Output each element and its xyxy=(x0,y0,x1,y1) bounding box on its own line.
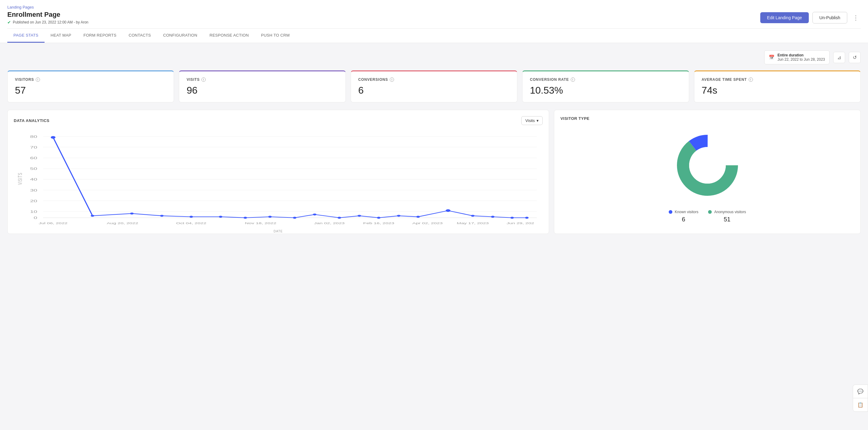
svg-text:Jul 06, 2022: Jul 06, 2022 xyxy=(39,222,68,225)
svg-point-34 xyxy=(445,209,450,212)
analytics-card-header: DATA ANALYTICS Visits ▾ xyxy=(14,116,542,125)
svg-point-23 xyxy=(189,216,193,218)
avg-time-info-icon[interactable]: i xyxy=(749,77,753,82)
svg-text:VISITS: VISITS xyxy=(17,173,23,185)
conversions-value: 6 xyxy=(358,85,510,96)
chart-area: 0 10 20 30 40 50 60 70 80 VISITS xyxy=(14,130,542,228)
main-content: 📅 Entire duration Jun 22, 2022 to Jun 28… xyxy=(0,43,868,241)
svg-point-27 xyxy=(293,217,297,219)
svg-point-20 xyxy=(91,215,94,217)
svg-text:Oct 04, 2022: Oct 04, 2022 xyxy=(176,222,206,225)
analytics-dropdown[interactable]: Visits ▾ xyxy=(521,116,542,125)
page-title: Enrollment Page xyxy=(7,11,89,19)
visitor-type-header: VISITOR TYPE xyxy=(560,116,854,121)
analytics-card: DATA ANALYTICS Visits ▾ xyxy=(7,110,549,234)
svg-text:40: 40 xyxy=(30,177,37,181)
page-title-row: Enrollment Page ✔ Published on Jun 23, 2… xyxy=(7,11,861,28)
stat-card-visitors: VISITORS i 57 xyxy=(7,70,174,102)
analytics-title: DATA ANALYTICS xyxy=(14,118,50,123)
donut-chart-svg xyxy=(674,132,741,199)
top-bar: Landing Pages Enrollment Page ✔ Publishe… xyxy=(0,0,868,43)
tab-push-to-crm[interactable]: PUSH TO CRM xyxy=(255,29,296,43)
svg-point-26 xyxy=(268,216,272,218)
filter-button[interactable]: ⊿ xyxy=(833,52,845,63)
legend-known-row: Known visitors xyxy=(669,210,698,214)
svg-text:Apr 02, 2023: Apr 02, 2023 xyxy=(412,222,442,225)
svg-text:Jun 29, 202: Jun 29, 202 xyxy=(507,222,534,225)
svg-text:0: 0 xyxy=(34,216,37,220)
date-picker-inner: Entire duration Jun 22, 2022 to Jun 28, … xyxy=(778,53,825,62)
more-options-button[interactable]: ⋮ xyxy=(851,12,861,23)
anonymous-visitors-value: 51 xyxy=(724,216,730,223)
analytics-dropdown-value: Visits xyxy=(525,118,535,123)
visitors-value: 57 xyxy=(15,85,166,96)
tab-page-stats[interactable]: PAGE STATS xyxy=(7,29,44,43)
svg-point-24 xyxy=(219,216,222,218)
avg-time-label: AVERAGE TIME SPENT i xyxy=(702,77,853,82)
donut-legend: Known visitors 6 Anonymous visitors 51 xyxy=(560,210,854,223)
calendar-icon: 📅 xyxy=(769,55,775,60)
svg-point-31 xyxy=(377,217,380,219)
date-picker[interactable]: 📅 Entire duration Jun 22, 2022 to Jun 28… xyxy=(764,50,830,64)
page-title-actions: Edit Landing Page Un-Publish ⋮ xyxy=(760,12,861,24)
tab-configuration[interactable]: CONFIGURATION xyxy=(157,29,203,43)
conversion-rate-label: CONVERSION RATE i xyxy=(530,77,681,82)
svg-point-37 xyxy=(510,217,514,219)
donut-container xyxy=(560,126,854,205)
unpublish-button[interactable]: Un-Publish xyxy=(812,12,847,24)
svg-text:60: 60 xyxy=(30,156,37,160)
published-text: Published on Jun 23, 2022 12:00 AM - by … xyxy=(13,20,89,24)
svg-point-50 xyxy=(689,147,726,184)
svg-point-21 xyxy=(130,212,134,214)
svg-point-30 xyxy=(358,215,361,217)
published-check-icon: ✔ xyxy=(7,20,11,25)
conversions-info-icon[interactable]: i xyxy=(390,77,394,82)
tab-contacts[interactable]: CONTACTS xyxy=(123,29,157,43)
anonymous-visitors-label: Anonymous visitors xyxy=(714,210,746,214)
svg-text:20: 20 xyxy=(30,199,37,203)
line-chart-svg: 0 10 20 30 40 50 60 70 80 VISITS xyxy=(14,130,542,228)
svg-point-33 xyxy=(416,216,420,218)
svg-text:Aug 20, 2022: Aug 20, 2022 xyxy=(107,222,138,225)
svg-point-38 xyxy=(525,217,529,219)
known-visitors-label: Known visitors xyxy=(675,210,698,214)
svg-text:70: 70 xyxy=(30,145,37,150)
anonymous-visitors-dot xyxy=(708,210,712,214)
visits-info-icon[interactable]: i xyxy=(202,77,206,82)
page-title-left: Enrollment Page ✔ Published on Jun 23, 2… xyxy=(7,11,89,25)
bottom-row: DATA ANALYTICS Visits ▾ xyxy=(7,110,861,234)
tab-response-action[interactable]: RESPONSE ACTION xyxy=(203,29,255,43)
visitor-type-title: VISITOR TYPE xyxy=(560,116,589,121)
svg-point-22 xyxy=(160,215,164,217)
tab-form-reports[interactable]: FORM REPORTS xyxy=(77,29,122,43)
chevron-down-icon: ▾ xyxy=(536,118,539,123)
stat-card-conversions: CONVERSIONS i 6 xyxy=(351,70,517,102)
x-axis-label: DATE xyxy=(14,230,542,233)
visitors-info-icon[interactable]: i xyxy=(36,77,40,82)
svg-text:May 17, 2023: May 17, 2023 xyxy=(457,222,489,225)
svg-text:Feb 16, 2023: Feb 16, 2023 xyxy=(363,222,394,225)
svg-point-28 xyxy=(313,213,316,215)
date-label: Entire duration xyxy=(778,53,825,57)
svg-text:Jan 02, 2023: Jan 02, 2023 xyxy=(314,222,345,225)
avg-time-value: 74s xyxy=(702,85,853,96)
edit-landing-page-button[interactable]: Edit Landing Page xyxy=(760,12,808,23)
svg-point-36 xyxy=(491,216,495,218)
svg-point-32 xyxy=(397,215,401,217)
known-visitors-value: 6 xyxy=(682,216,685,223)
visitors-label: VISITORS i xyxy=(15,77,166,82)
stat-card-conversion-rate: CONVERSION RATE i 10.53% xyxy=(522,70,689,102)
visitor-type-card: VISITOR TYPE xyxy=(554,110,861,234)
svg-text:Nov 18, 2022: Nov 18, 2022 xyxy=(245,222,276,225)
svg-text:50: 50 xyxy=(30,167,37,171)
conversion-rate-info-icon[interactable]: i xyxy=(571,77,575,82)
refresh-button[interactable]: ↺ xyxy=(849,52,861,63)
stats-row: VISITORS i 57 VISITS i 96 CONVERSIONS i … xyxy=(7,70,861,102)
legend-anonymous-row: Anonymous visitors xyxy=(708,210,746,214)
known-visitors-dot xyxy=(669,210,672,214)
legend-anonymous: Anonymous visitors 51 xyxy=(708,210,746,223)
svg-text:10: 10 xyxy=(30,210,37,214)
breadcrumb[interactable]: Landing Pages xyxy=(7,5,861,9)
tab-heat-map[interactable]: HEAT MAP xyxy=(44,29,78,43)
stat-card-avg-time: AVERAGE TIME SPENT i 74s xyxy=(694,70,861,102)
